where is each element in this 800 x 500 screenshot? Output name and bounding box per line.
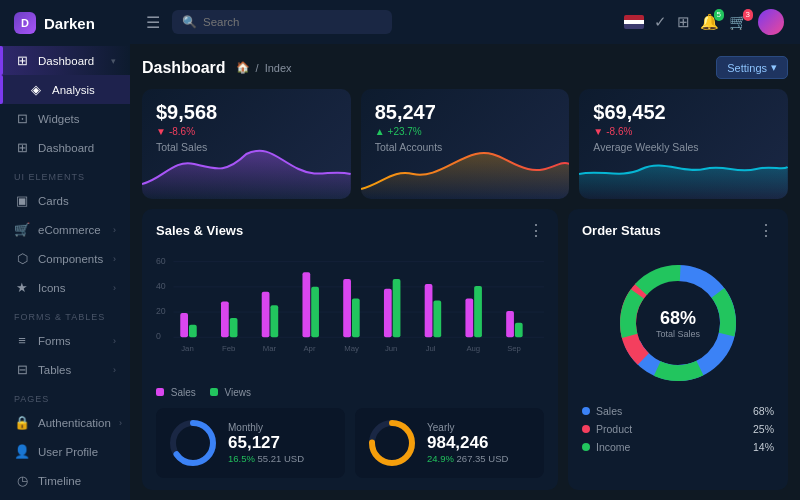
svg-rect-15 xyxy=(311,287,319,337)
legend-item-product: Product 25% xyxy=(582,420,774,438)
sales-views-title: Sales & Views xyxy=(156,223,243,238)
cart-icon[interactable]: 🛒3 xyxy=(729,13,748,31)
metric-value: 984,246 xyxy=(427,433,508,453)
sidebar-item-components[interactable]: ⬡ Components › xyxy=(0,244,130,273)
lock-icon: 🔒 xyxy=(14,415,30,430)
check-icon[interactable]: ✓ xyxy=(654,13,667,31)
svg-rect-10 xyxy=(221,301,229,337)
notification-icon[interactable]: 🔔5 xyxy=(700,13,719,31)
svg-rect-9 xyxy=(189,325,197,338)
chevron-down-icon: ▾ xyxy=(771,61,777,74)
content-area: Dashboard 🏠 / Index Settings ▾ $9,568 ▼ … xyxy=(130,44,800,500)
sidebar-item-label: eCommerce xyxy=(38,224,101,236)
stat-chart-1 xyxy=(142,139,351,199)
stat-value: $69,452 xyxy=(593,101,774,124)
stat-chart-3 xyxy=(579,139,788,199)
app-name: Darken xyxy=(44,15,95,32)
legend-val: 14% xyxy=(753,441,774,453)
search-input[interactable] xyxy=(203,16,382,28)
sidebar-item-cards[interactable]: ▣ Cards xyxy=(0,186,130,215)
sidebar-item-icons[interactable]: ★ Icons › xyxy=(0,273,130,302)
sidebar-item-label: Authentication xyxy=(38,417,111,429)
legend-name: Income xyxy=(582,441,630,453)
svg-text:Jan: Jan xyxy=(181,344,194,353)
svg-text:Apr: Apr xyxy=(303,344,315,353)
cart-badge: 3 xyxy=(743,9,753,21)
sidebar-item-apps[interactable]: ⊞ Dashboard xyxy=(0,133,130,162)
app-logo[interactable]: D Darken xyxy=(0,0,130,46)
svg-rect-25 xyxy=(515,323,523,338)
sidebar-item-profile[interactable]: 👤 User Profile xyxy=(0,437,130,466)
stat-change: ▲ +23.7% xyxy=(375,126,556,137)
sidebar: D Darken ⊞ Dashboard ▾ ◈ Analysis ⊡ Widg… xyxy=(0,0,130,500)
sidebar-item-label: Dashboard xyxy=(38,142,94,154)
stat-card-total-accounts: 85,247 ▲ +23.7% Total Accounts xyxy=(361,89,570,199)
cards-icon: ▣ xyxy=(14,193,30,208)
notification-badge: 5 xyxy=(714,9,724,21)
pages-label: PAGES xyxy=(0,384,130,408)
legend-val: 25% xyxy=(753,423,774,435)
sidebar-item-forms[interactable]: ≡ Forms › xyxy=(0,326,130,355)
tables-icon: ⊟ xyxy=(14,362,30,377)
sales-views-card: Sales & Views ⋮ 60 40 20 0 xyxy=(142,209,558,490)
metric-amt2: 55.21 USD xyxy=(258,453,304,464)
svg-rect-12 xyxy=(262,292,270,338)
sidebar-item-pages[interactable]: 📄 Pages › xyxy=(0,495,130,500)
legend-sales: Sales xyxy=(156,387,196,398)
svg-rect-21 xyxy=(433,300,441,337)
grid-icon[interactable]: ⊞ xyxy=(677,13,690,31)
stat-card-total-sales: $9,568 ▼ -8.6% Total Sales xyxy=(142,89,351,199)
sidebar-item-timeline[interactable]: ◷ Timeline xyxy=(0,466,130,495)
sidebar-item-auth[interactable]: 🔒 Authentication › xyxy=(0,408,130,437)
metric-period: Monthly xyxy=(228,422,304,433)
ecommerce-icon: 🛒 xyxy=(14,222,30,237)
metric-pct: 24.9% xyxy=(427,453,454,464)
metric-monthly: Monthly 65,127 16.5% 55.21 USD xyxy=(156,408,345,478)
chart-legend: Sales Views xyxy=(156,387,544,398)
order-label: Total Sales xyxy=(656,329,700,339)
sidebar-item-ecommerce[interactable]: 🛒 eCommerce › xyxy=(0,215,130,244)
sidebar-item-label: User Profile xyxy=(38,446,98,458)
order-status-menu[interactable]: ⋮ xyxy=(758,221,774,240)
hamburger-icon[interactable]: ☰ xyxy=(146,13,160,32)
order-status-card: Order Status ⋮ 68% xyxy=(568,209,788,490)
timeline-icon: ◷ xyxy=(14,473,30,488)
legend-item-income: Income 14% xyxy=(582,438,774,456)
settings-button[interactable]: Settings ▾ xyxy=(716,56,788,79)
chevron-right-icon: › xyxy=(119,418,122,428)
svg-text:Mar: Mar xyxy=(263,344,277,353)
svg-rect-14 xyxy=(302,272,310,337)
svg-rect-13 xyxy=(270,305,278,337)
arrow-up-icon: ▲ xyxy=(375,126,385,137)
svg-text:40: 40 xyxy=(156,281,166,291)
sales-views-menu[interactable]: ⋮ xyxy=(528,221,544,240)
svg-text:Sep: Sep xyxy=(507,344,521,353)
svg-rect-19 xyxy=(393,279,401,337)
metric-period: Yearly xyxy=(427,422,508,433)
metric-sub: 16.5% 55.21 USD xyxy=(228,453,304,464)
legend-val: 68% xyxy=(753,405,774,417)
settings-label: Settings xyxy=(727,62,767,74)
svg-rect-18 xyxy=(384,289,392,338)
legend-dot xyxy=(582,425,590,433)
sidebar-item-analysis[interactable]: ◈ Analysis xyxy=(0,75,130,104)
avatar[interactable] xyxy=(758,9,784,35)
flag-icon[interactable] xyxy=(624,15,644,29)
breadcrumb-separator: / xyxy=(256,62,259,74)
sidebar-item-widgets[interactable]: ⊡ Widgets xyxy=(0,104,130,133)
sidebar-item-tables[interactable]: ⊟ Tables › xyxy=(0,355,130,384)
svg-text:Feb: Feb xyxy=(222,344,235,353)
chevron-right-icon: › xyxy=(113,283,116,293)
svg-rect-11 xyxy=(230,318,238,337)
user-icon: 👤 xyxy=(14,444,30,459)
metric-sub: 24.9% 267.35 USD xyxy=(427,453,508,464)
sidebar-item-label: Analysis xyxy=(52,84,95,96)
search-box[interactable]: 🔍 xyxy=(172,10,392,34)
svg-rect-23 xyxy=(474,286,482,337)
topbar-right: ✓ ⊞ 🔔5 🛒3 xyxy=(624,9,784,35)
svg-rect-24 xyxy=(506,311,514,337)
sidebar-item-label: Timeline xyxy=(38,475,81,487)
svg-text:Aug: Aug xyxy=(466,344,480,353)
chevron-right-icon: › xyxy=(113,365,116,375)
sidebar-item-dashboard[interactable]: ⊞ Dashboard ▾ xyxy=(0,46,130,75)
